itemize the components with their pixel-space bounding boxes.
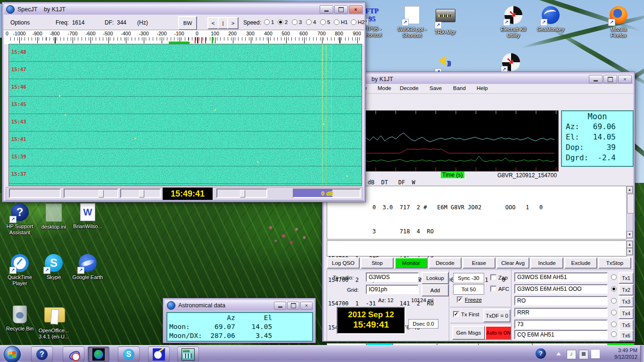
speed-3-radio[interactable]	[292, 19, 297, 25]
clear-avg-button[interactable]: Clear Avg	[496, 257, 529, 269]
scroll-down-icon[interactable]: ▼	[627, 248, 633, 255]
taskbar-wsjt-active[interactable]	[88, 346, 109, 362]
taskbar-dimension4[interactable]	[63, 346, 84, 362]
log-qso-button[interactable]: Log QSO	[327, 257, 360, 269]
freeze-checkbox[interactable]: ✓	[457, 296, 463, 303]
tx5-button[interactable]: Tx5	[619, 320, 634, 331]
wsjt-titlebar[interactable]: by K1JT ×	[324, 74, 633, 85]
pause-button[interactable]: |	[218, 17, 228, 29]
tray-audio-icon[interactable]: ♪	[567, 350, 576, 359]
slider-thumb[interactable]	[240, 190, 245, 197]
decode-button[interactable]: Decode	[429, 257, 462, 269]
desktop-icon-google-earth[interactable]: ↗ Google Earth	[71, 254, 105, 280]
tx3-message-input[interactable]: RO	[514, 296, 608, 305]
start-button[interactable]	[4, 346, 21, 362]
prev-button[interactable]: <	[207, 17, 219, 29]
gain-box[interactable]	[9, 189, 61, 198]
stop-button[interactable]: Stop	[361, 257, 394, 269]
scroll-up-icon[interactable]: ▲	[627, 186, 633, 193]
speed-slider[interactable]	[216, 189, 267, 198]
menu-decode[interactable]: Decode	[400, 85, 419, 91]
gen-msgs-button[interactable]: Gen Msgs	[452, 326, 485, 340]
close-button[interactable]: ×	[349, 5, 363, 14]
maximize-button[interactable]	[603, 75, 617, 83]
tx3-radio[interactable]	[611, 298, 617, 304]
auto-toggle-button[interactable]: Auto is ON	[485, 326, 512, 340]
average-text-area[interactable]: 154700 1 2/5 154700 2 23/41 E6M G8VR JO0…	[327, 240, 627, 256]
tx5-radio[interactable]	[611, 321, 617, 327]
tray-expand-icon[interactable]	[556, 352, 561, 355]
desktop-icon-seamonkey[interactable]: ↗ SeaMonkey	[534, 6, 568, 33]
exclude-button[interactable]: Exclude	[564, 257, 597, 269]
to-radio-input[interactable]: G3WOS	[366, 272, 419, 282]
tx-first-checkbox[interactable]: ✓	[453, 311, 459, 317]
waterfall-display[interactable]: 15:48 15:47 15:46 15:45 15:43 15:41 15:3…	[8, 44, 362, 186]
slider-thumb[interactable]	[99, 190, 104, 197]
tray-hp-icon[interactable]: ?	[536, 348, 546, 359]
tx4-button[interactable]: Tx4	[619, 308, 634, 319]
tx2-button[interactable]: Tx2	[619, 284, 634, 296]
tx1-message-input[interactable]: G3WOS E6M AH51	[514, 272, 608, 282]
tx6-button[interactable]: Tx6	[619, 330, 634, 341]
tx5-message-input[interactable]: 73	[514, 320, 608, 329]
scroll-up-icon[interactable]: ▲	[627, 241, 633, 248]
specjt-titlebar[interactable]: SpecJT by K1JT ×	[4, 4, 364, 15]
close-button[interactable]: ×	[618, 75, 632, 83]
tray-power-plug-icon[interactable]	[579, 350, 588, 359]
tray-clock[interactable]: 3:49 PM 9/12/2012	[614, 347, 637, 360]
menu-band[interactable]: Band	[453, 85, 466, 91]
txdf-button[interactable]: TxDF = 0	[483, 309, 511, 322]
desktop-icon-recycle-bin[interactable]: Recycle Bin	[3, 304, 37, 332]
gain-slider[interactable]	[64, 189, 118, 198]
lookup-button[interactable]: Lookup	[421, 272, 449, 284]
next-button[interactable]: >	[227, 17, 239, 29]
desktop-icon-firefox[interactable]: ↗ MozillaFirefox	[602, 6, 636, 39]
erase-button[interactable]: Erase	[462, 257, 495, 269]
maximize-button[interactable]	[334, 5, 348, 14]
taskbar-skype[interactable]: S	[118, 346, 140, 362]
speed-5-radio[interactable]	[320, 19, 326, 25]
afc-checkbox[interactable]	[490, 286, 496, 292]
menu-save[interactable]: Save	[429, 85, 442, 91]
desktop-icon-trxmgr[interactable]: ↗ TRX-Mgr	[428, 6, 462, 35]
zero-slider[interactable]	[120, 189, 161, 198]
add-button[interactable]: Add	[421, 284, 449, 296]
menu-help[interactable]: Help	[477, 85, 488, 91]
scroll-down-icon[interactable]: ▼	[627, 231, 633, 238]
desktop-icon-desktop-ini[interactable]: desktop.ini	[37, 203, 71, 230]
tx2-message-input[interactable]: G3WOS E6M AH51 OOO	[514, 284, 608, 294]
scrollbar-thumb[interactable]	[627, 194, 634, 214]
close-button[interactable]: ×	[300, 302, 313, 310]
average-scrollbar[interactable]: ▲ ▼	[626, 240, 633, 255]
decode-scrollbar[interactable]: ▲ ▼	[626, 186, 633, 239]
desktop-icon-skype[interactable]: S↗ Skype	[37, 254, 71, 280]
taskbar-hp-support[interactable]: ?	[31, 346, 53, 362]
show-desktop-button[interactable]	[640, 346, 644, 362]
options-menu[interactable]: Options	[10, 19, 30, 26]
decode-text-area[interactable]: 0 3.0 717 2 # E6M G8VR JO02 OOO 1 0 3 71…	[327, 186, 627, 239]
desktop-icon-ppt[interactable]: ↗ 5W0GJ.ppt -Shortcut	[395, 6, 429, 39]
taskbar-clock-app[interactable]	[148, 346, 170, 362]
txstop-button[interactable]: TxStop	[598, 257, 631, 269]
speed-2-radio-selected[interactable]	[278, 19, 283, 25]
desktop-icon-brianwilson-doc[interactable]: W BrianWilso...	[71, 203, 105, 230]
taskbar-paint-app[interactable]: PAINT	[177, 346, 199, 362]
bw-button[interactable]: BW	[178, 16, 197, 30]
minimize-button[interactable]	[274, 302, 286, 310]
menu-mode[interactable]: Mode	[378, 85, 391, 91]
tx2-radio-selected[interactable]	[611, 286, 617, 292]
speed-h1-radio[interactable]	[334, 19, 339, 25]
tray-network-signal-icon[interactable]	[591, 350, 600, 358]
speed-1-radio[interactable]	[264, 19, 270, 25]
zap-checkbox[interactable]	[490, 274, 496, 280]
astro-titlebar[interactable]: Astronomical data ×	[165, 300, 314, 311]
minimize-button[interactable]	[589, 75, 603, 83]
speed-h2-radio[interactable]	[351, 19, 356, 25]
desktop-icon-quicktime[interactable]: ↗ QuickTimePlayer	[3, 254, 37, 287]
desktop-icon-hp-support[interactable]: ?↗ HP SupportAssistant	[3, 203, 37, 236]
desktop-icon-elecraft-k3[interactable]: ↗ Elecraft K3Utility	[496, 6, 530, 39]
tx6-message-input[interactable]: CQ E6M AH51	[514, 330, 608, 339]
tx1-button[interactable]: Tx1	[619, 272, 634, 284]
tx1-radio[interactable]	[611, 274, 617, 280]
minimize-button[interactable]	[320, 5, 333, 14]
